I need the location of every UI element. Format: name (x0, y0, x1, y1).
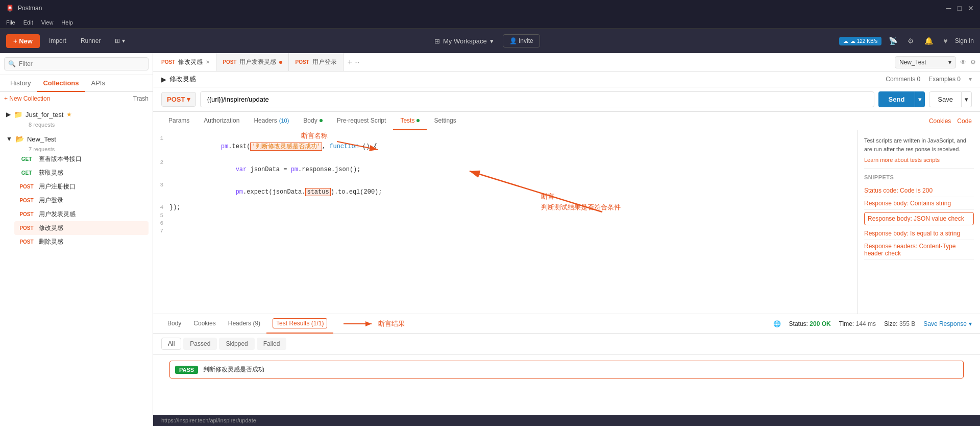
snippets-title: SNIPPETS (864, 174, 974, 180)
trash-button[interactable]: Trash (133, 95, 149, 102)
add-tab-button[interactable]: + (348, 58, 352, 67)
request-item-delete-inspiration[interactable]: POST 删除灵感 (14, 235, 149, 249)
collection-header-new-test[interactable]: ▼ 📂 New_Test (4, 132, 149, 146)
signin-button[interactable]: Sign In (955, 37, 974, 44)
tab-edit-inspiration[interactable]: POST 修改灵感 ✕ (155, 53, 216, 72)
tab-params[interactable]: Params (161, 112, 197, 130)
save-button[interactable]: Save (929, 91, 962, 107)
code-line-3: 3 pm.expect(jsonData.status).to.eql(200)… (153, 181, 857, 203)
code-editor[interactable]: 1 pm.test('判断修改灵感是否成功', function () { 2 … (153, 130, 857, 314)
request-item-version[interactable]: GET 查看版本号接口 (14, 152, 149, 166)
tab-close-icon[interactable]: ✕ (206, 59, 210, 65)
tab-body[interactable]: Body (296, 112, 329, 130)
save-response-button[interactable]: Save Response ▾ (923, 320, 972, 327)
highlighted-status: status (305, 188, 330, 196)
search-input[interactable] (4, 57, 149, 70)
snippet-json-check[interactable]: Response body: JSON value check (864, 212, 974, 225)
request-item-edit-inspiration[interactable]: POST 修改灵感 (14, 221, 149, 235)
tab-method-badge: POST (295, 59, 309, 65)
snippet-divider (864, 169, 974, 169)
send-dropdown-button[interactable]: ▾ (915, 91, 925, 107)
save-dropdown-button[interactable]: ▾ (962, 91, 972, 107)
tab-pre-request[interactable]: Pre-request Script (330, 112, 394, 130)
learn-more-link[interactable]: Learn more about tests scripts (864, 157, 940, 163)
tab-authorization[interactable]: Authorization (197, 112, 247, 130)
tab-user-login[interactable]: POST 用户登录 (289, 53, 343, 72)
runner-button[interactable]: Runner (76, 34, 106, 48)
response-tab-test-results[interactable]: Test Results (1/1) (266, 314, 333, 334)
save-response-chevron: ▾ (969, 320, 972, 327)
cloud-icon: ☁ (843, 38, 848, 44)
import-button[interactable]: Import (44, 34, 71, 48)
examples-label[interactable]: Examples 0 (928, 76, 961, 83)
collection-header-just-for-test[interactable]: ▶ 📁 Just_for_test ★ (4, 107, 149, 122)
snippet-response-contains[interactable]: Response body: Contains string (864, 197, 974, 210)
method-post-badge: POST (18, 239, 35, 245)
filter-tab-passed[interactable]: Passed (183, 338, 217, 350)
workspace-selector[interactable]: ⊞ My Workspace ▾ (429, 34, 499, 48)
filter-tab-all[interactable]: All (161, 338, 181, 350)
comments-label[interactable]: Comments 0 (886, 76, 920, 83)
request-name: 查看版本号接口 (39, 155, 82, 163)
response-tab-body[interactable]: Body (161, 316, 187, 332)
menu-file[interactable]: File (6, 19, 15, 26)
template-selector[interactable]: New_Test ▾ (895, 56, 956, 68)
more-tabs-button[interactable]: ··· (354, 59, 359, 66)
method-post-badge: POST (18, 198, 35, 203)
collection-item-new-test: ▼ 📂 New_Test 7 requests GET 查看版本号接口 GET … (0, 130, 153, 251)
sidebar-search-area: 🔍 (0, 53, 153, 75)
close-button[interactable]: ✕ (968, 4, 974, 12)
new-button[interactable]: + New (6, 34, 40, 48)
satellite-button[interactable]: 📡 (886, 35, 900, 47)
tab-tests[interactable]: Tests (393, 112, 427, 130)
body-dot (320, 119, 323, 122)
request-name: 用户登录 (39, 196, 63, 205)
new-collection-button[interactable]: + New Collection (4, 95, 50, 102)
cookies-link[interactable]: Cookies (929, 117, 951, 125)
request-item-get-inspiration[interactable]: GET 获取灵感 (14, 166, 149, 180)
code-link[interactable]: Code (957, 117, 972, 125)
menu-view[interactable]: View (41, 19, 54, 26)
invite-button[interactable]: 👤 Invite (503, 34, 540, 48)
snippet-status-code[interactable]: Status code: Code is 200 (864, 184, 974, 197)
window-controls[interactable]: ─ □ ✕ (946, 4, 974, 12)
bell-button[interactable]: 🔔 (921, 35, 936, 47)
tab-post-inspiration[interactable]: POST 用户发表灵感 (216, 53, 289, 72)
filter-tabs: All Passed Skipped Failed (153, 334, 980, 354)
url-input[interactable] (200, 91, 874, 107)
response-tab-headers[interactable]: Headers (9) (222, 316, 266, 332)
eye-icon[interactable]: 👁 (960, 59, 966, 66)
minimize-button[interactable]: ─ (946, 4, 951, 12)
maximize-button[interactable]: □ (958, 4, 962, 12)
toolbar-left: + New Import Runner ⊞ ▾ (6, 34, 130, 48)
menu-help[interactable]: Help (61, 19, 73, 26)
request-item-post-inspiration[interactable]: POST 用户发表灵感 (14, 207, 149, 221)
test-result-name: 判断修改灵感是否成功 (203, 365, 264, 374)
filter-tab-skipped[interactable]: Skipped (219, 338, 254, 350)
collection-name-new-test: New_Test (27, 135, 56, 143)
settings-gear-icon[interactable]: ⚙ (970, 59, 976, 66)
layout-button[interactable]: ⊞ ▾ (110, 34, 130, 48)
settings-button[interactable]: ⚙ (904, 35, 917, 47)
tab-headers[interactable]: Headers (10) (247, 112, 296, 130)
tab-name: 用户发表灵感 (239, 58, 276, 66)
heart-button[interactable]: ♥ (940, 35, 950, 47)
snippet-headers-check[interactable]: Response headers: Content-Type header ch… (864, 240, 974, 260)
request-item-login[interactable]: POST 用户登录 (14, 194, 149, 207)
test-result-row: PASS 判断修改灵感是否成功 (169, 361, 964, 378)
request-item-register[interactable]: POST 用户注册接口 (14, 180, 149, 194)
send-button[interactable]: Send (878, 91, 915, 107)
method-selector[interactable]: POST ▾ (161, 92, 196, 107)
snippet-response-equal[interactable]: Response body: Is equal to a string (864, 227, 974, 240)
tab-history[interactable]: History (4, 75, 37, 92)
response-tab-cookies[interactable]: Cookies (187, 316, 222, 332)
menu-edit[interactable]: Edit (23, 19, 33, 26)
line-number: 5 (153, 212, 167, 219)
snippet-info-text: Test scripts are written in JavaScript, … (864, 136, 974, 153)
tab-apis[interactable]: APIs (85, 75, 111, 92)
annotation-assertion-result: 断言结果 (378, 319, 405, 328)
filter-tab-failed[interactable]: Failed (257, 338, 287, 350)
examples-chevron[interactable]: ▾ (969, 76, 972, 83)
tab-settings[interactable]: Settings (427, 112, 463, 130)
tab-collections[interactable]: Collections (37, 75, 85, 92)
